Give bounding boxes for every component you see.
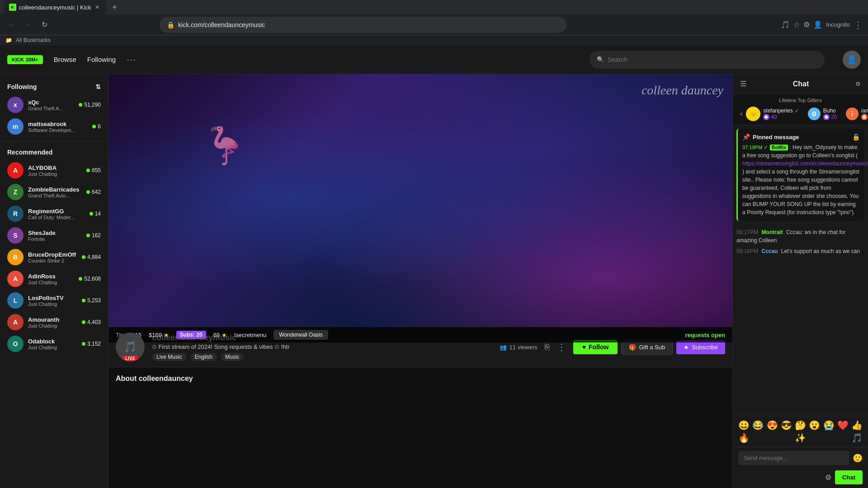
sort-icon[interactable]: ⇅ xyxy=(95,83,101,90)
gifters-prev-button[interactable]: ‹ xyxy=(740,110,742,118)
live-dot xyxy=(86,169,90,172)
gifter1-verified: ✓ xyxy=(795,108,799,114)
bruce-avatar: B xyxy=(7,249,24,265)
incognito-label: Incognito xyxy=(826,21,850,28)
logo-text: KICK xyxy=(12,57,24,62)
adin-name: AdinRoss xyxy=(28,273,74,280)
tag-music[interactable]: Music xyxy=(221,353,244,361)
live-dot xyxy=(82,255,85,259)
stream-watermark: colleen dauncey xyxy=(642,83,723,98)
emoji-2[interactable]: 😂 xyxy=(752,420,764,431)
odablock-name: Odablock xyxy=(28,338,77,345)
back-button[interactable]: ← xyxy=(5,19,18,31)
search-bar[interactable]: 🔍 xyxy=(590,51,825,69)
subscribe-icon: ★ xyxy=(684,344,689,351)
menu-icon[interactable]: ⋮ xyxy=(854,19,863,30)
sidebar-item-adin[interactable]: A AdinRoss Just Chatting 52,608 xyxy=(0,268,108,290)
emoji-11[interactable]: ✨ xyxy=(795,432,806,443)
chat-emoji-button[interactable]: 🙂 xyxy=(853,453,863,463)
sidebar-item-bruce[interactable]: B BruceDropEmOff Counter-Strike 2 4,884 xyxy=(0,246,108,268)
pinned-header: 📌 Pinned message 🔒 xyxy=(742,133,860,141)
browse-link[interactable]: Browse xyxy=(54,56,76,63)
lospollos-viewer-count: 5,253 xyxy=(87,297,101,304)
gifter1-info: stefanperies ✓ ⬟ 40 xyxy=(763,108,798,120)
zombie-game: Grand Theft Auto... xyxy=(28,193,82,198)
top-gifters-title: Lifetime Top Gifters xyxy=(740,98,861,103)
forward-button[interactable]: → xyxy=(22,19,34,31)
sidebar-item-amouranth[interactable]: A Amouranth Just Chatting 4,403 xyxy=(0,311,108,333)
emoji-1[interactable]: 😀 xyxy=(738,420,750,431)
chat-message-input[interactable] xyxy=(738,451,849,465)
user-avatar[interactable]: 👤 xyxy=(843,51,861,69)
pinned-link[interactable]: https://streamersonglist.com/t/colleenda… xyxy=(742,160,868,167)
chat-settings-icon[interactable]: ⚙ xyxy=(855,80,861,87)
profile-icon[interactable]: 👤 xyxy=(813,20,822,29)
more-nav-button[interactable]: ⋯ xyxy=(127,54,136,65)
kick-logo[interactable]: KICK 20M+ xyxy=(7,55,43,64)
zombie-name: ZombieBarricades xyxy=(28,186,82,193)
requests-open-item: requests open xyxy=(685,332,725,338)
emoji-5[interactable]: 🤔 xyxy=(795,420,806,431)
shesjad-avatar: S xyxy=(7,227,24,244)
gifter-1: 👑 stefanperies ✓ ⬟ 40 xyxy=(746,107,798,121)
emoji-9[interactable]: 👍 xyxy=(851,420,863,431)
sidebar-item-alyboba[interactable]: A ALYBOBA Just Chatting 855 xyxy=(0,160,108,181)
new-tab-button[interactable]: + xyxy=(108,1,121,14)
avatar-icon: 🎵 xyxy=(123,341,137,353)
about-section: About colleendauncey xyxy=(108,367,732,390)
star-icon1: ★ xyxy=(164,332,169,338)
reload-button[interactable]: ↻ xyxy=(38,19,51,31)
sidebar-item-regiment[interactable]: R RegimentGG Call of Duty: Moder... 14 xyxy=(0,203,108,225)
emoji-8[interactable]: ❤️ xyxy=(837,420,849,431)
pinned-checkmark: ✓ xyxy=(764,144,769,150)
lospollos-info: LosPollosTV Just Chatting xyxy=(28,295,77,307)
zombie-viewer-count: 642 xyxy=(92,189,101,195)
gifter1-badge: ⬟ xyxy=(763,114,769,120)
emoji-6[interactable]: 😮 xyxy=(809,420,820,431)
emoji-3[interactable]: 😍 xyxy=(767,420,778,431)
video-container: 🦩 colleen dauncey Tips: $15 $169 ★ Subs:… xyxy=(108,74,732,327)
crown-icon: 👑 xyxy=(750,111,757,117)
sidebar-item-zombie[interactable]: Z ZombieBarricades Grand Theft Auto... 6… xyxy=(0,181,108,203)
share-icon[interactable]: ⎘ xyxy=(545,343,550,352)
gifter1-count-val: 40 xyxy=(771,114,777,120)
gifter2-avatar: B xyxy=(808,108,821,120)
search-input[interactable] xyxy=(608,56,817,63)
chat-menu-icon[interactable]: ☰ xyxy=(740,80,746,88)
sidebar-item-shesjad[interactable]: S ShesJade Fortnite 162 xyxy=(0,225,108,246)
emoji-10[interactable]: 🔥 xyxy=(738,432,750,443)
emoji-4[interactable]: 😎 xyxy=(781,420,792,431)
chat-settings-button[interactable]: ⚙ xyxy=(825,473,831,482)
sidebar-item-xqc[interactable]: x xQc Grand Theft A... 51,290 xyxy=(0,94,108,116)
lock-icon: 🔒 xyxy=(167,21,175,28)
top-nav: KICK 20M+ Browse Following ⋯ 🔍 👤 xyxy=(0,45,868,74)
emoji-12[interactable]: 🎵 xyxy=(851,432,863,443)
following-label: Following xyxy=(7,83,37,90)
following-link[interactable]: Following xyxy=(87,56,116,63)
address-bar[interactable]: 🔒 kick.com/colleendaunceymusic xyxy=(160,17,566,33)
live-dot xyxy=(82,342,85,346)
msg1-username: Montrait xyxy=(761,229,783,235)
stream-more-button[interactable]: ⋮ xyxy=(557,342,566,352)
chat-send-button[interactable]: Chat xyxy=(835,470,863,484)
tab-close-button[interactable]: ✕ xyxy=(94,4,101,11)
sidebar-item-odablock[interactable]: O Odablock Just Chatting 3,152 xyxy=(0,333,108,355)
sidebar-item-mattseabrook[interactable]: m mattseabrook Software Developm... 6 xyxy=(0,116,108,137)
bookmarks-bar: 📁 All Bookmarks xyxy=(0,35,868,45)
video-player[interactable]: 🦩 colleen dauncey xyxy=(108,74,732,327)
bookmark-icon[interactable]: ☆ xyxy=(793,20,800,29)
zombie-viewers: 642 xyxy=(86,189,101,195)
tag-live-music[interactable]: Live Music xyxy=(152,353,187,361)
sidebar-item-lospollos[interactable]: L LosPollosTV Just Chatting 5,253 xyxy=(0,290,108,311)
following-section-title: Following ⇅ xyxy=(0,80,108,94)
lospollos-avatar: L xyxy=(7,292,24,309)
xqc-avatar: x xyxy=(7,97,24,113)
tag-english[interactable]: English xyxy=(190,353,217,361)
browser-tabs: K colleendaunceymusic | Kick ✕ + xyxy=(0,0,868,14)
msg2-text: Let's support as much as we can xyxy=(781,248,860,254)
shesjad-name: ShesJade xyxy=(28,230,82,236)
emoji-7[interactable]: 😭 xyxy=(823,420,835,431)
live-dot xyxy=(92,125,96,128)
active-tab[interactable]: K colleendaunceymusic | Kick ✕ xyxy=(4,0,106,14)
gifters-row: ‹ 👑 stefanperies ✓ ⬟ 40 xyxy=(740,107,861,121)
